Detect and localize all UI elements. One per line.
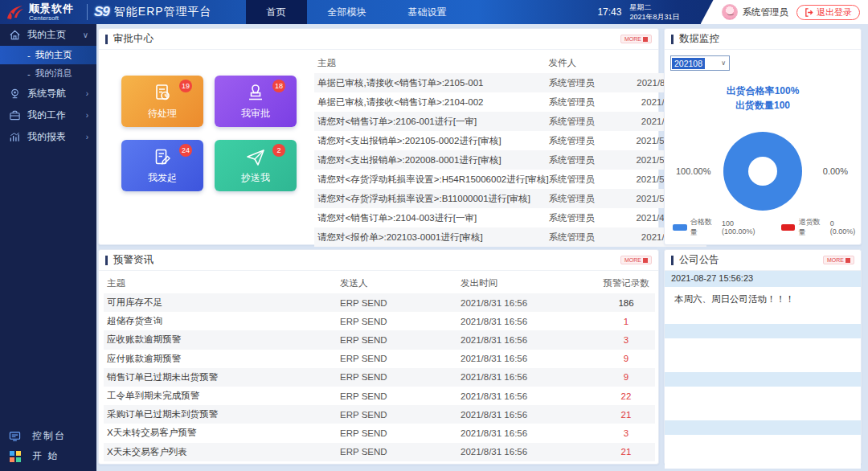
row-sender: 系统管理员 (549, 174, 620, 186)
row-subject: 请您对<销售订单>:2106-001进行[一审] (314, 116, 549, 128)
table-row[interactable]: X天未交易客户列表 ERP SEND 2021/8/31 16:56 21 (104, 443, 655, 461)
alerts-more-button[interactable]: MORE (620, 256, 652, 264)
tile-pending[interactable]: 19 待处理 (121, 76, 203, 127)
table-row[interactable]: 单据已审核,请接收<销售订单>:2104-002 系统管理员 2021/8/5 … (314, 92, 706, 112)
s9-logo: S9 (94, 4, 109, 20)
row-time: 2021/8/31 16:56 (461, 335, 597, 345)
row-count: 1 (597, 317, 655, 326)
announcement-empty-body (665, 387, 861, 420)
row-sender: ERP SEND (340, 410, 461, 420)
tile-my-approvals[interactable]: 18 我审批 (215, 76, 297, 127)
table-row[interactable]: 请您对<支出报销单>:202105-0002进行[审核] 系统管理员 2021/… (314, 131, 706, 150)
table-row[interactable]: 工令单到期未完成预警 ERP SEND 2021/8/31 16:56 22 (104, 387, 655, 405)
table-row[interactable]: X天未转交易客户预警 ERP SEND 2021/8/31 16:56 3 (104, 424, 655, 442)
sidebar-subitem-label: 我的主页 (35, 49, 72, 61)
row-subject: 请您对<销售订单>:2104-003进行[一审] (314, 212, 549, 224)
table-row[interactable]: 超储存货查询 ERP SEND 2021/8/31 16:56 1 (104, 312, 655, 330)
row-sender: ERP SEND (340, 335, 461, 345)
brand-divider (87, 4, 88, 20)
chevron-right-icon: › (86, 89, 88, 98)
alerts-table: 主题 发送人 发出时间 预警记录数 可用库存不足 ERP SEND 2021/8… (99, 271, 658, 461)
row-sender: ERP SEND (340, 317, 461, 326)
announcement-empty-row (665, 324, 861, 338)
chart-legend: 合格数量 100 (100.00%) 退货数量 0 (0.00%) (673, 217, 861, 238)
donut-ring[interactable] (723, 132, 802, 211)
period-select[interactable]: 202108 ∨ (670, 55, 730, 71)
tile-initiated-by-me[interactable]: 24 我发起 (121, 140, 203, 191)
row-sender: 系统管理员 (549, 116, 620, 128)
tile-cc-to-me[interactable]: 2 抄送我 (215, 140, 297, 191)
sidebar-item-my-home[interactable]: 我的主页 ∨ (0, 24, 96, 46)
row-sender: 系统管理员 (549, 77, 620, 89)
row-sender: 系统管理员 (549, 154, 620, 166)
row-sender: 系统管理员 (549, 135, 620, 147)
my-approvals-count-badge: 18 (272, 80, 285, 92)
monitor-panel-title: 数据监控 (679, 32, 719, 46)
table-row[interactable]: 请您对<销售订单>:2104-003进行[一审] 系统管理员 2021/4/23… (314, 208, 706, 227)
nav-tab-basic-settings[interactable]: 基础设置 (387, 0, 468, 24)
approval-table: 主题 发件人 发出时间 单据已审核,请接收<销售订单>:2105-001 系统管… (309, 50, 708, 244)
console-icon (9, 430, 21, 442)
sidebar-subitem-my-messages[interactable]: - 我的消息 (0, 64, 96, 83)
period-selected-value: 202108 (672, 58, 705, 69)
tile-label: 我审批 (241, 107, 270, 121)
legend-label: 合格数量 (690, 217, 719, 238)
table-row[interactable]: 销售订单已过期未出货预警 ERP SEND 2021/8/31 16:56 9 (104, 368, 655, 387)
logout-label: 退出登录 (817, 6, 852, 18)
start-button[interactable]: 开 始 (0, 446, 96, 466)
legend-item-return[interactable]: 退货数量 0 (0.00%) (781, 217, 861, 238)
table-row[interactable]: 采购订单已过期未到货预警 ERP SEND 2021/8/31 16:56 21 (104, 405, 655, 424)
product-name: 智能ERP管理平台 (114, 5, 212, 19)
nav-tab-all-modules[interactable]: 全部模块 (307, 0, 387, 24)
table-row[interactable]: 应收账款逾期预警 ERP SEND 2021/8/31 16:56 3 (104, 330, 655, 349)
sidebar-item-my-work[interactable]: 我的工作 › (0, 104, 96, 126)
table-row[interactable]: 请您对<存货浮动耗损率设置>:H54R15006002进行[审核] 系统管理员 … (314, 170, 706, 189)
sidebar-item-system-nav[interactable]: 系统导航 › (0, 83, 96, 104)
table-row[interactable]: 单据已审核,请接收<销售订单>:2105-001 系统管理员 2021/8/14… (314, 73, 706, 92)
clock-weekday: 星期二 (629, 2, 679, 12)
legend-item-pass[interactable]: 合格数量 100 (100.00%) (673, 217, 768, 238)
logout-icon (805, 8, 813, 17)
table-row[interactable]: 可用库存不足 ERP SEND 2021/8/31 16:56 186 (104, 293, 655, 312)
row-subject: X天未交易客户列表 (104, 446, 340, 458)
row-subject: 请您对<存货浮动耗损率设置>:H54R15006002进行[审核] (314, 174, 549, 186)
announcement-empty-body (665, 435, 861, 469)
table-row[interactable]: 请您对<销售订单>:2106-001进行[一审] 系统管理员 2021/6/5 … (314, 112, 706, 131)
topbar: 顺景软件 Centersoft S9 智能ERP管理平台 首页 全部模块 基础设… (0, 0, 868, 24)
sidebar-subitem-label: 我的消息 (35, 68, 72, 80)
dash-marker: - (27, 69, 31, 79)
start-grid-icon (10, 451, 21, 462)
row-sender: ERP SEND (340, 354, 461, 363)
logout-button[interactable]: 退出登录 (796, 5, 860, 20)
announcement-date: 2021-08-27 15:56:23 (665, 271, 861, 287)
nav-tab-home[interactable]: 首页 (246, 0, 307, 24)
table-row[interactable]: 应付账款逾期预警 ERP SEND 2021/8/31 16:56 9 (104, 350, 655, 368)
user-name: 系统管理员 (743, 6, 789, 18)
legend-swatch-red (781, 224, 796, 231)
row-subject: X天未转交易客户预警 (104, 427, 340, 439)
row-count: 22 (597, 391, 655, 401)
grid-icon (643, 258, 648, 263)
row-sender: ERP SEND (340, 428, 461, 438)
announcement-content[interactable]: 本周六、周日公司活动！！！ (665, 287, 861, 324)
clock-time: 17:43 (597, 6, 621, 18)
announcement-more-button[interactable]: MORE (823, 256, 854, 264)
row-subject: 采购订单已过期未到货预警 (104, 408, 340, 420)
sidebar-item-my-reports[interactable]: 我的报表 › (0, 126, 96, 148)
col-sender: 发件人 (549, 57, 620, 69)
sidebar-subitem-my-home[interactable]: - 我的主页 (0, 46, 96, 64)
table-row[interactable]: 请您对<存货浮动耗损率设置>:B11000001进行[审核] 系统管理员 202… (314, 189, 706, 208)
table-row[interactable]: 请您对<支出报销单>:202008-0001进行[审核] 系统管理员 2021/… (314, 150, 706, 170)
user-avatar[interactable] (722, 4, 738, 20)
more-label: MORE (827, 257, 844, 263)
console-button[interactable]: 控制台 (0, 426, 96, 446)
donut-chart: 100.00% 0.00% (665, 119, 861, 223)
row-sender: 系统管理员 (549, 96, 620, 109)
row-subject: 请您对<支出报销单>:202008-0001进行[审核] (314, 154, 549, 166)
dash-marker: - (27, 51, 31, 60)
user-area: 系统管理员 退出登录 (701, 0, 868, 24)
announcement-empty-row (665, 372, 861, 387)
approval-more-button[interactable]: MORE (620, 35, 652, 43)
row-time: 2021/8/31 16:56 (461, 298, 597, 308)
table-row[interactable]: 请您对<报价单>:202103-0001进行[审核] 系统管理员 2021/3/… (314, 227, 706, 247)
